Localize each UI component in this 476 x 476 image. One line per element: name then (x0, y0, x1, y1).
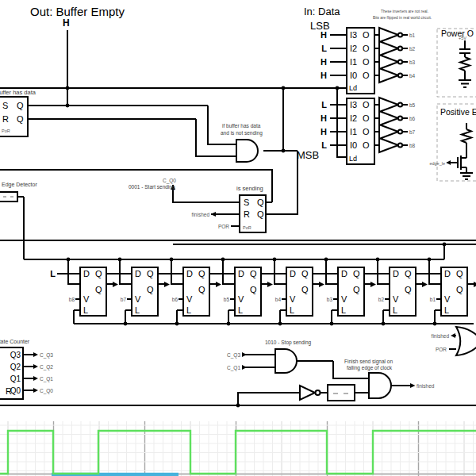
inverter-note-2: Bits are flipped in real world circuit. (373, 16, 432, 20)
stop-sending-note: 1010 - Stop sending (265, 340, 312, 346)
not-gate[interactable] (300, 386, 315, 400)
msb-pin-o: O (363, 140, 370, 150)
circuit-canvas[interactable]: Out: Buffer Empty H In: Data LSB MSB The… (0, 0, 476, 476)
cell-pin-q: Q (198, 269, 205, 278)
cell-pin-q: Q (95, 269, 102, 278)
shift-cell[interactable]: D Q Q V L b4 (275, 267, 313, 316)
cell-bit-label: b4 (275, 297, 282, 302)
cell-pin-qbar: Q (250, 285, 257, 294)
cell-bit-label: b7 (121, 297, 127, 302)
net-por: POR (218, 224, 229, 229)
cell-pin-q: Q (301, 269, 309, 278)
load-gate-note-1: if buffer has data (222, 123, 261, 129)
lsb-pin-o: O (363, 71, 370, 80)
edge-box-title: Positive E (440, 107, 476, 117)
cell-pin-qbar: Q (301, 285, 309, 294)
stop-in-cq1: C_Q1 (227, 365, 240, 371)
finish-note-2: falling edge of clock (347, 365, 393, 371)
cell-pin-d: D (341, 269, 347, 278)
cell-pin-l: L (444, 305, 449, 315)
msb-input-3[interactable]: L (321, 140, 327, 150)
cell-pin-q: Q (456, 269, 463, 278)
net-finished-r: finished (192, 212, 210, 217)
net-edge-le: edge_le (429, 161, 445, 166)
counter-out-q1: Q1 (10, 374, 21, 383)
buffer-ff-pin-q: Q (17, 101, 24, 110)
delay-box[interactable] (328, 385, 355, 401)
net-b4: b4 (409, 73, 416, 79)
cell-pin-l: L (341, 305, 346, 315)
net-finished-out: finished (416, 383, 435, 389)
sending-ff-caption: is sending (236, 185, 263, 192)
buffer-ff-caption: buffer has data (0, 89, 36, 96)
shift-cell[interactable]: D Q Q V L b1 (430, 267, 467, 316)
scope-grid (0, 421, 476, 476)
cell-pin-l: L (186, 305, 191, 315)
load-and-gate[interactable] (236, 140, 258, 162)
lsb-input-1[interactable]: L (321, 44, 327, 53)
counter-out-q2: Q2 (10, 363, 21, 371)
cell-pin-l: L (135, 305, 140, 315)
counter-out-q3: Q3 (10, 351, 21, 359)
cell-pin-q: Q (147, 269, 154, 278)
msb-pin-o: O (363, 100, 370, 109)
load-gate-note-2: and is not sending (221, 130, 263, 136)
shift-d-const[interactable]: L (50, 269, 56, 278)
cell-bit-label: b2 (378, 297, 385, 302)
cell-pin-qbar: Q (198, 285, 205, 294)
cell-pin-q: Q (405, 269, 412, 278)
shift-cell[interactable]: D Q Q V L b8 (69, 267, 106, 316)
finish-note-1: Finish send signal on (344, 359, 393, 365)
sending-ff-pin-r: R (244, 209, 250, 219)
counter-caption: State Counter (0, 339, 30, 344)
data-in-title: In: Data (304, 6, 340, 17)
cell-pin-qbar: Q (353, 285, 360, 294)
cell-bit-label: b3 (327, 297, 333, 302)
msb-input-1[interactable]: H (321, 113, 327, 123)
lsb-pin-i0: I0 (350, 71, 357, 80)
circuit-wires (0, 30, 476, 405)
lsb-input-3[interactable]: H (321, 71, 327, 80)
lsb-pin-o: O (363, 57, 370, 67)
msb-pin-i2: I2 (350, 113, 357, 123)
net-cq0-tap: C_Q0 (163, 178, 176, 184)
power-box-title: Power O (441, 29, 474, 38)
cell-pin-v: V (135, 294, 141, 304)
finish-or-gate[interactable] (456, 327, 476, 355)
lsb-pin-i3: I3 (350, 30, 357, 40)
msb-input-0[interactable]: L (321, 100, 327, 109)
cell-pin-l: L (290, 305, 294, 315)
output-port-state[interactable]: H (63, 17, 70, 29)
finish-and-gate[interactable] (369, 373, 391, 398)
shift-cell[interactable]: D Q Q V L b3 (327, 267, 364, 316)
cell-pin-l: L (238, 305, 243, 315)
edge-detector-box[interactable] (0, 192, 17, 202)
lsb-input-0[interactable]: H (321, 30, 327, 40)
cell-pin-v: V (290, 294, 296, 304)
cell-pin-v: V (238, 294, 244, 304)
msb-pin-i1: I1 (350, 127, 357, 136)
lsb-input-2[interactable]: H (321, 57, 327, 67)
cell-pin-q: Q (353, 269, 360, 278)
cell-bit-label: b5 (224, 297, 230, 302)
shift-cell[interactable]: D Q Q V L b7 (121, 267, 158, 316)
msb-pin-o: O (363, 127, 370, 136)
cell-pin-v: V (341, 294, 347, 304)
cell-bit-label: b8 (69, 297, 75, 302)
inverter-gates[interactable] (379, 28, 398, 152)
net-cq3: C_Q3 (40, 352, 53, 359)
rail-5v-label: +5V (459, 36, 466, 40)
cell-pin-v: V (393, 294, 399, 304)
shift-cell[interactable]: D Q Q V L b5 (224, 267, 261, 316)
msb-input-2[interactable]: H (321, 127, 327, 136)
shift-cell[interactable]: D Q Q V L b2 (378, 267, 416, 316)
stop-in-cq3: C_Q3 (227, 352, 240, 359)
lsb-pin-o: O (363, 30, 370, 40)
shift-cell[interactable]: D Q Q V L b6 (172, 267, 209, 316)
power-on-reset-box[interactable] (437, 29, 476, 97)
cell-pin-d: D (290, 269, 296, 278)
stop-and-gate[interactable] (275, 349, 297, 373)
msb-pin-ld: Ld (349, 155, 357, 163)
lsb-pin-i1: I1 (350, 57, 357, 67)
net-b8: b8 (409, 143, 416, 148)
